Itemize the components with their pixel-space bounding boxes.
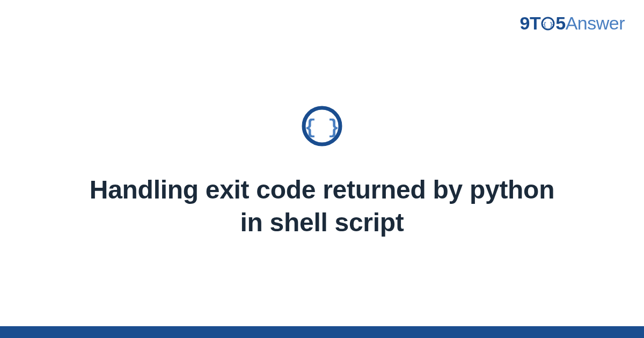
svg-text:{ }: { } (305, 117, 340, 139)
topic-icon: { } (301, 105, 343, 150)
page-title: Handling exit code returned by python in… (80, 173, 564, 239)
main-content: { } Handling exit code returned by pytho… (0, 0, 644, 338)
footer-bar (0, 326, 644, 338)
